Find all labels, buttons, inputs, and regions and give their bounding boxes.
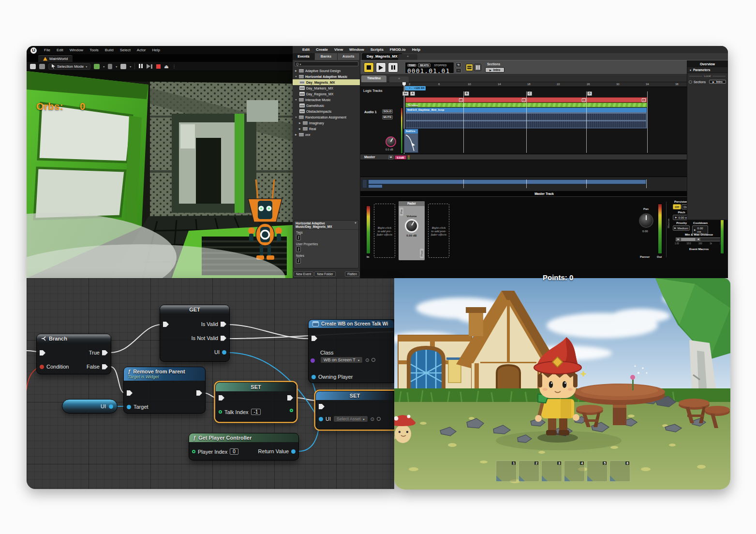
distance-max-handle[interactable]: ◀ (696, 238, 700, 241)
master-mute-button[interactable]: M (388, 155, 393, 160)
fmod-menu-fmodio[interactable]: FMOD.io (390, 47, 406, 52)
loop-playback-button[interactable]: ↻ (456, 62, 461, 67)
node-ui-variable[interactable]: UI (62, 399, 118, 414)
marker-c[interactable]: C (527, 91, 532, 96)
ui-asset-dropdown[interactable]: Select Asset▾ (333, 415, 368, 422)
marker-int[interactable]: Int (402, 91, 409, 96)
exec-in-pin[interactable] (163, 322, 169, 327)
talk-index-value[interactable]: -1 (251, 409, 261, 415)
post-fader-slot[interactable]: Right-click to add post-fader effects (428, 204, 449, 258)
node-set-ui[interactable]: SET UI Select Asset▾ ⊙ (315, 391, 394, 430)
stop-button[interactable] (156, 64, 161, 69)
ui-pin[interactable] (319, 417, 323, 421)
tab-mainworld[interactable]: MainWorld (38, 55, 73, 62)
sections-parameter-value[interactable]: ▶Intro (709, 80, 726, 84)
pre-fader-slot[interactable]: Right-click to add pre-fader effects (374, 204, 395, 258)
hotbar-slot-4[interactable]: 4 (564, 460, 585, 482)
ue-menu-window[interactable]: Window (70, 48, 83, 52)
blueprint-graph-panel[interactable]: Branch True Condition False GET Is Valid… (27, 278, 394, 489)
event-tab-day-magnets[interactable]: Day_Magnets_MX (362, 53, 402, 60)
hotbar-slot-2[interactable]: 2 (519, 460, 539, 482)
tab-events[interactable]: Events (293, 53, 315, 60)
flatten-button[interactable]: Flatten (345, 271, 359, 277)
tree-event-day-regions[interactable]: Day_Regions_MX (293, 91, 360, 97)
exec-in-pin[interactable] (219, 395, 224, 400)
tempo-marker[interactable]: ♩= ♩=120 4/4 (405, 86, 426, 90)
stop-button[interactable] (364, 62, 374, 73)
node-remove-from-parent[interactable]: ƒRemove from Parent Target is Widget Tar… (123, 367, 206, 414)
target-pin[interactable] (127, 405, 131, 409)
is-valid-exec-pin[interactable] (221, 322, 226, 327)
hotbar-slot-3[interactable]: 3 (541, 460, 562, 482)
tree-event-obstacleimpacts[interactable]: ObstacleImpacts (293, 108, 360, 114)
exec-in-pin[interactable] (311, 336, 317, 341)
beats-mode-button[interactable]: BEATS (418, 63, 430, 67)
false-exec-pin[interactable] (102, 364, 108, 370)
chevron-down-icon[interactable]: ▼ (354, 222, 357, 228)
tags-add-field[interactable]: I (296, 235, 301, 240)
pan-knob[interactable] (639, 213, 653, 228)
sections-dropdown[interactable]: ▶ Intro (485, 67, 504, 73)
tracks-view-button[interactable] (466, 64, 473, 71)
node-create-widget[interactable]: Create WB on Screen Talk Wi Class WB on … (308, 319, 394, 383)
notes-field[interactable]: I (296, 258, 301, 264)
node-set-talk-index[interactable]: SET Talk Index-1 (215, 382, 296, 422)
play-button[interactable] (376, 62, 386, 73)
fmod-menu-edit[interactable]: Edit (302, 47, 310, 52)
tree-event-day-markers[interactable]: Day_Markers_MX (293, 85, 360, 91)
exec-in-pin[interactable] (319, 404, 325, 409)
sections-parameter-row[interactable]: Sections ▶Intro (687, 79, 727, 85)
fmod-menu-window[interactable]: Window (349, 47, 364, 52)
fader-module[interactable]: Fader Pre Volume 0.00 dB Post (398, 201, 425, 261)
use-selected-icon[interactable]: ⊙ (365, 357, 369, 363)
user-properties-add-field[interactable]: I (296, 246, 301, 252)
talk-index-pin[interactable] (219, 410, 222, 414)
tree-folder-interactive-music[interactable]: ▼Interactive Music (293, 97, 360, 103)
parameters-header[interactable]: ▼ Parameters (687, 67, 727, 73)
toolbar-overflow-icon[interactable]: ⋮ (172, 64, 176, 69)
timeline-overview-strip[interactable] (360, 177, 728, 191)
time-mode-button[interactable]: TIME (407, 64, 416, 67)
owning-player-pin[interactable] (311, 375, 316, 379)
volume-knob[interactable] (405, 219, 418, 233)
exec-out-pin[interactable] (287, 395, 293, 400)
marker-b[interactable]: B (464, 91, 469, 96)
exec-in-pin[interactable] (40, 350, 45, 356)
master-track-row[interactable]: Master M 0.0dB (360, 154, 728, 160)
cinematics-icon[interactable] (120, 64, 126, 69)
fmod-menu-view[interactable]: View (334, 47, 343, 52)
browse-icon[interactable] (377, 417, 381, 421)
ue-menu-help[interactable]: Help (152, 48, 160, 52)
condition-pin[interactable] (40, 365, 44, 369)
marker-a[interactable]: A (410, 91, 415, 96)
blueprints-icon[interactable] (108, 64, 112, 69)
lanes-view-button[interactable] (474, 64, 481, 71)
use-selected-icon[interactable]: ⊙ (371, 416, 374, 422)
chevron-down-icon[interactable]: ▾ (130, 65, 131, 68)
content-browser-icon[interactable] (39, 64, 45, 69)
tree-event-day-magnets[interactable]: Day_Magnets_MX (293, 79, 360, 85)
node-get[interactable]: GET Is Valid Is Not Valid UI (160, 305, 230, 362)
audio-clip-small[interactable]: fm01rs (404, 129, 418, 153)
pre-tab[interactable]: Pre (400, 208, 403, 216)
tab-banks[interactable]: Banks (315, 53, 337, 60)
master-gain-value[interactable]: 0.0dB (395, 155, 406, 160)
ue-menu-select[interactable]: Select (120, 48, 131, 52)
chevron-down-icon[interactable]: ▾ (116, 65, 117, 68)
new-timeline-tab-button[interactable]: + (389, 76, 409, 82)
tree-folder-xxx[interactable]: ▶xxx (293, 132, 360, 137)
ue-menu-tools[interactable]: Tools (89, 48, 99, 52)
browse-icon[interactable] (371, 358, 375, 362)
frame-skip-button[interactable] (147, 64, 153, 69)
class-dropdown[interactable]: WB on Screen T▾ (320, 356, 363, 363)
save-icon[interactable] (30, 64, 36, 69)
tab-timeline[interactable]: Timeline (361, 75, 386, 82)
player-index-value[interactable]: 0 (230, 448, 238, 455)
player-index-pin[interactable] (192, 450, 195, 453)
class-pin[interactable] (311, 358, 315, 363)
ue-menu-edit[interactable]: Edit (57, 48, 63, 52)
tab-assets[interactable]: Assets (338, 53, 360, 60)
timeline-area[interactable]: 2 6 10 14 18 22 26 30 34 38 Logic Tracks… (360, 82, 728, 177)
hotbar-slot-1[interactable]: 1 (496, 460, 517, 482)
ue-menu-build[interactable]: Build (105, 48, 114, 52)
